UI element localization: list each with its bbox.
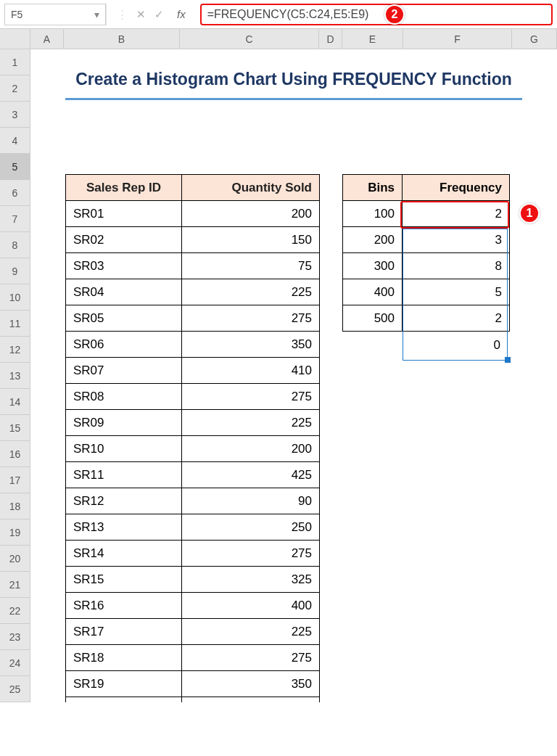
fx-icon[interactable]: fx <box>177 8 186 20</box>
row-header-2[interactable]: 2 <box>0 75 30 102</box>
row-header-24[interactable]: 24 <box>0 650 30 676</box>
sales-rep-cell[interactable]: SR08 <box>66 384 182 410</box>
row-header-12[interactable]: 12 <box>0 337 30 363</box>
row-header-11[interactable]: 11 <box>0 311 30 337</box>
row-header-17[interactable]: 17 <box>0 467 30 493</box>
quantity-cell[interactable]: 250 <box>182 514 320 541</box>
cells-area[interactable]: Create a Histogram Chart Using FREQUENCY… <box>30 49 557 702</box>
sales-rep-cell[interactable]: SR17 <box>66 619 182 645</box>
sales-tbody: SR01200SR02150SR0375SR04225SR05275SR0635… <box>66 201 320 703</box>
sales-rep-cell[interactable]: SR19 <box>66 671 182 697</box>
quantity-cell[interactable]: 375 <box>182 697 320 703</box>
row-header-4[interactable]: 4 <box>0 128 30 154</box>
frequency-cell[interactable]: 5 <box>403 279 510 305</box>
row-header-18[interactable]: 18 <box>0 493 30 519</box>
table-row: 5002 <box>343 305 510 332</box>
sales-rep-cell[interactable]: SR06 <box>66 332 182 358</box>
sales-rep-cell[interactable]: SR07 <box>66 358 182 384</box>
sales-rep-cell[interactable]: SR05 <box>66 305 182 332</box>
name-box[interactable]: F5 ▾ <box>4 4 106 25</box>
quantity-cell[interactable]: 275 <box>182 384 320 410</box>
row-header-10[interactable]: 10 <box>0 284 30 311</box>
frequency-cell[interactable]: 2 <box>403 201 510 227</box>
sales-rep-header[interactable]: Sales Rep ID <box>66 175 182 201</box>
row-header-16[interactable]: 16 <box>0 441 30 467</box>
sales-rep-cell[interactable]: SR20 <box>66 697 182 703</box>
quantity-cell[interactable]: 90 <box>182 488 320 514</box>
quantity-header[interactable]: Quantity Sold <box>182 175 320 201</box>
quantity-cell[interactable]: 275 <box>182 645 320 671</box>
sales-rep-cell[interactable]: SR04 <box>66 279 182 305</box>
row-header-23[interactable]: 23 <box>0 624 30 650</box>
frequency-cell[interactable]: 2 <box>403 305 510 332</box>
row-header-25[interactable]: 25 <box>0 676 30 702</box>
sales-rep-cell[interactable]: SR13 <box>66 514 182 541</box>
sales-rep-cell[interactable]: SR18 <box>66 645 182 671</box>
table-row: SR05275 <box>66 305 320 332</box>
sales-rep-cell[interactable]: SR09 <box>66 410 182 436</box>
row-header-9[interactable]: 9 <box>0 258 30 284</box>
sales-rep-cell[interactable]: SR16 <box>66 593 182 619</box>
sales-rep-cell[interactable]: SR10 <box>66 436 182 462</box>
sales-rep-cell[interactable]: SR15 <box>66 567 182 593</box>
row-header-6[interactable]: 6 <box>0 180 30 206</box>
column-header-E[interactable]: E <box>342 29 403 49</box>
quantity-cell[interactable]: 75 <box>182 253 320 279</box>
row-header-21[interactable]: 21 <box>0 572 30 598</box>
column-header-D[interactable]: D <box>319 29 342 49</box>
row-header-8[interactable]: 8 <box>0 232 30 258</box>
bins-header[interactable]: Bins <box>343 175 403 201</box>
sales-rep-cell[interactable]: SR01 <box>66 201 182 227</box>
column-header-G[interactable]: G <box>512 29 557 49</box>
quantity-cell[interactable]: 275 <box>182 541 320 567</box>
quantity-cell[interactable]: 275 <box>182 305 320 332</box>
quantity-cell[interactable]: 225 <box>182 279 320 305</box>
quantity-cell[interactable]: 200 <box>182 436 320 462</box>
quantity-cell[interactable]: 400 <box>182 593 320 619</box>
bin-cell[interactable]: 400 <box>343 279 403 305</box>
callout-2: 2 <box>384 4 405 25</box>
select-all-corner[interactable] <box>0 29 30 49</box>
column-header-B[interactable]: B <box>64 29 180 49</box>
row-header-19[interactable]: 19 <box>0 519 30 546</box>
row-header-3[interactable]: 3 <box>0 102 30 128</box>
frequency-header[interactable]: Frequency <box>403 175 510 201</box>
quantity-cell[interactable]: 350 <box>182 332 320 358</box>
cancel-icon[interactable]: ✕ <box>136 8 146 21</box>
row-header-13[interactable]: 13 <box>0 363 30 389</box>
row-header-20[interactable]: 20 <box>0 546 30 572</box>
row-header-14[interactable]: 14 <box>0 389 30 415</box>
quantity-cell[interactable]: 225 <box>182 619 320 645</box>
sales-rep-cell[interactable]: SR11 <box>66 462 182 488</box>
quantity-cell[interactable]: 325 <box>182 567 320 593</box>
sales-rep-cell[interactable]: SR02 <box>66 227 182 253</box>
bin-cell[interactable]: 100 <box>343 201 403 227</box>
sales-rep-cell[interactable]: SR03 <box>66 253 182 279</box>
quantity-cell[interactable]: 350 <box>182 671 320 697</box>
overflow-frequency-cell[interactable]: 0 <box>403 334 508 360</box>
quantity-cell[interactable]: 410 <box>182 358 320 384</box>
row-header-7[interactable]: 7 <box>0 206 30 232</box>
frequency-cell[interactable]: 8 <box>403 253 510 279</box>
bin-cell[interactable]: 500 <box>343 305 403 332</box>
column-header-A[interactable]: A <box>30 29 64 49</box>
row-header-15[interactable]: 15 <box>0 415 30 441</box>
sales-rep-cell[interactable]: SR14 <box>66 541 182 567</box>
name-box-dropdown-icon[interactable]: ▾ <box>94 9 99 20</box>
bin-cell[interactable]: 200 <box>343 227 403 253</box>
column-header-F[interactable]: F <box>403 29 512 49</box>
confirm-icon[interactable]: ✓ <box>154 8 164 21</box>
sales-rep-cell[interactable]: SR12 <box>66 488 182 514</box>
bin-cell[interactable]: 300 <box>343 253 403 279</box>
frequency-cell[interactable]: 3 <box>403 227 510 253</box>
quantity-cell[interactable]: 425 <box>182 462 320 488</box>
row-header-5[interactable]: 5 <box>0 154 30 180</box>
quantity-cell[interactable]: 150 <box>182 227 320 253</box>
row-header-22[interactable]: 22 <box>0 598 30 624</box>
quantity-cell[interactable]: 225 <box>182 410 320 436</box>
quantity-cell[interactable]: 200 <box>182 201 320 227</box>
row-header-1[interactable]: 1 <box>0 49 30 75</box>
callout-1: 1 <box>519 203 540 223</box>
column-header-C[interactable]: C <box>180 29 319 49</box>
formula-input[interactable]: =FREQUENCY(C5:C24,E5:E9) <box>200 4 553 25</box>
